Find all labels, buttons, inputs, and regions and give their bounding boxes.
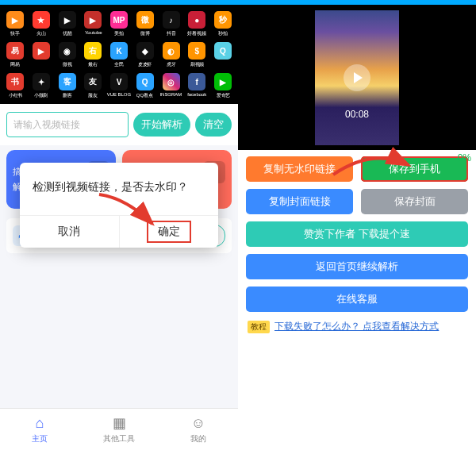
app-label: 优酷 xyxy=(63,30,72,37)
copy-nowatermark-button[interactable]: 复制无水印链接 xyxy=(246,156,353,182)
app-label: facebook xyxy=(187,92,206,97)
app-icon: V xyxy=(110,73,128,90)
clear-button[interactable]: 清空 xyxy=(195,113,232,137)
start-parse-button[interactable]: 开始解析 xyxy=(133,113,190,137)
app-label: 网易 xyxy=(10,61,20,68)
app-虎牙[interactable]: ◐虎牙 xyxy=(161,42,182,68)
app-优酷[interactable]: ▶优酷 xyxy=(57,11,78,37)
app-刷视频[interactable]: $刷视频 xyxy=(186,42,207,68)
video-time: 00:08 xyxy=(315,109,399,120)
save-to-phone-button[interactable]: 保存到手机 xyxy=(361,156,468,182)
app-服友[interactable]: 友服友 xyxy=(83,73,103,99)
app-微视[interactable]: ◉微视 xyxy=(57,42,78,68)
app-icon: f xyxy=(188,73,205,90)
app-icon: ◐ xyxy=(163,42,180,60)
confirm-dialog: 检测到视频链接，是否去水印？ 取消 确定 xyxy=(20,163,218,248)
app-icon: Q xyxy=(136,73,154,90)
app-小微刷[interactable]: ✦小微刷 xyxy=(31,73,52,99)
online-service-button[interactable]: 在线客服 xyxy=(246,287,468,312)
help-line: 教程 下载失败了怎么办？ 点我查看解决方式 xyxy=(238,312,476,341)
app-label: 快手 xyxy=(10,30,20,37)
app-好看视频[interactable]: ●好看视频 xyxy=(186,11,207,37)
tab-home[interactable]: ⌂ 主页 xyxy=(0,409,79,450)
tab-label: 我的 xyxy=(190,433,206,444)
app-icon: 右 xyxy=(84,42,102,60)
app-删客[interactable]: 客删客 xyxy=(57,73,78,99)
app-网易[interactable]: 易网易 xyxy=(5,42,25,68)
right-phone-pane: 00:08 0% 复制无水印链接 保存到手机 复制封面链接 保存封面 赞赏下作者… xyxy=(238,0,476,450)
home-icon: ⌂ xyxy=(36,415,44,432)
bottom-tabbar: ⌂ 主页 ▦ 其他工具 ☺ 我的 xyxy=(0,408,238,450)
progress-percent: 0% xyxy=(458,152,471,163)
app-label: 全民 xyxy=(114,61,124,68)
app-小红书[interactable]: 书小红书 xyxy=(5,73,25,99)
action-buttons: 复制无水印链接 保存到手机 复制封面链接 保存封面 赞赏下作者 下载提个速 返回… xyxy=(238,150,476,312)
app-label: VUE BLOG xyxy=(107,92,131,97)
app-icon: ▶ xyxy=(33,42,50,60)
app-秒拍[interactable]: 秒秒拍 xyxy=(213,11,233,37)
app-label: 最右 xyxy=(88,61,98,68)
tab-label: 其他工具 xyxy=(103,433,135,444)
app-icon: 友 xyxy=(84,73,102,90)
url-input[interactable]: 请输入视频链接 xyxy=(6,112,129,137)
app-INSGRAM[interactable]: ◎INSGRAM xyxy=(161,73,182,99)
app-label: 小微刷 xyxy=(34,92,48,99)
cancel-button[interactable]: 取消 xyxy=(20,216,119,248)
ok-highlight: 确定 xyxy=(147,221,191,243)
play-icon[interactable] xyxy=(344,64,370,91)
app-icon: ▶ xyxy=(84,11,102,29)
download-fail-link[interactable]: 下载失败了怎么办？ 点我查看解决方式 xyxy=(274,320,439,333)
app-label: 火山 xyxy=(36,30,46,37)
ok-button[interactable]: 确定 xyxy=(119,216,219,248)
app-label: 刷视频 xyxy=(190,61,204,68)
app-label: 好看视频 xyxy=(187,30,206,37)
app-label: 小红书 xyxy=(8,92,22,99)
save-cover-button[interactable]: 保存封面 xyxy=(361,189,468,214)
app-抖音[interactable]: ♪抖音 xyxy=(161,11,182,37)
tip-author-button[interactable]: 赞赏下作者 下载提个速 xyxy=(246,221,468,247)
app-火山[interactable]: ★火山 xyxy=(31,11,52,37)
app-icon: 微 xyxy=(136,11,154,29)
tab-label: 主页 xyxy=(32,433,48,444)
app-最右[interactable]: 右最右 xyxy=(83,42,103,68)
app-爱奇艺[interactable]: ▶爱奇艺 xyxy=(213,73,233,99)
app-icon: ★ xyxy=(33,11,50,29)
app-label: QQ看点 xyxy=(136,92,153,99)
tab-mine[interactable]: ☺ 我的 xyxy=(159,409,238,450)
app-label: 服友 xyxy=(88,92,98,99)
tab-tools[interactable]: ▦ 其他工具 xyxy=(79,409,159,450)
app-icon: 秒 xyxy=(214,11,232,29)
left-phone-pane: ▶快手★火山▶优酷▶YoutubeMP美拍微微博♪抖音●好看视频秒秒拍易网易▶◉… xyxy=(0,0,238,450)
app-label: Youtube xyxy=(84,30,102,35)
app-grid: ▶快手★火山▶优酷▶YoutubeMP美拍微微博♪抖音●好看视频秒秒拍易网易▶◉… xyxy=(0,5,238,104)
app-icon: ▶ xyxy=(6,11,24,29)
app-label: 微视 xyxy=(63,61,72,68)
app-QQ看点[interactable]: QQQ看点 xyxy=(135,73,155,99)
app-icon: ♪ xyxy=(163,11,180,29)
app-item[interactable]: ▶ xyxy=(31,42,52,68)
app-快手[interactable]: ▶快手 xyxy=(5,11,25,37)
app-皮皮虾[interactable]: ◆皮皮虾 xyxy=(135,42,155,68)
app-美拍[interactable]: MP美拍 xyxy=(109,11,129,37)
copy-cover-button[interactable]: 复制封面链接 xyxy=(246,189,353,214)
app-icon: ▶ xyxy=(214,73,232,90)
app-item[interactable]: Q xyxy=(213,42,233,68)
grid-icon: ▦ xyxy=(113,414,126,432)
app-label: 皮皮虾 xyxy=(138,61,152,68)
app-VUE BLOG[interactable]: VVUE BLOG xyxy=(109,73,129,99)
app-icon: ▶ xyxy=(59,11,76,29)
app-icon: 客 xyxy=(59,73,76,90)
video-preview[interactable]: 00:08 xyxy=(238,5,476,150)
app-label: 抖音 xyxy=(167,30,176,37)
app-label: 微博 xyxy=(140,30,150,37)
app-icon: 书 xyxy=(6,73,24,90)
app-Youtube[interactable]: ▶Youtube xyxy=(83,11,103,37)
app-全民[interactable]: K全民 xyxy=(109,42,129,68)
app-icon: K xyxy=(110,42,128,60)
app-facebook[interactable]: ffacebook xyxy=(186,73,207,99)
app-icon: $ xyxy=(188,42,205,60)
app-微博[interactable]: 微微博 xyxy=(135,11,155,37)
app-label: 美拍 xyxy=(114,30,124,37)
tutorial-badge: 教程 xyxy=(248,321,270,333)
back-home-button[interactable]: 返回首页继续解析 xyxy=(246,254,468,279)
